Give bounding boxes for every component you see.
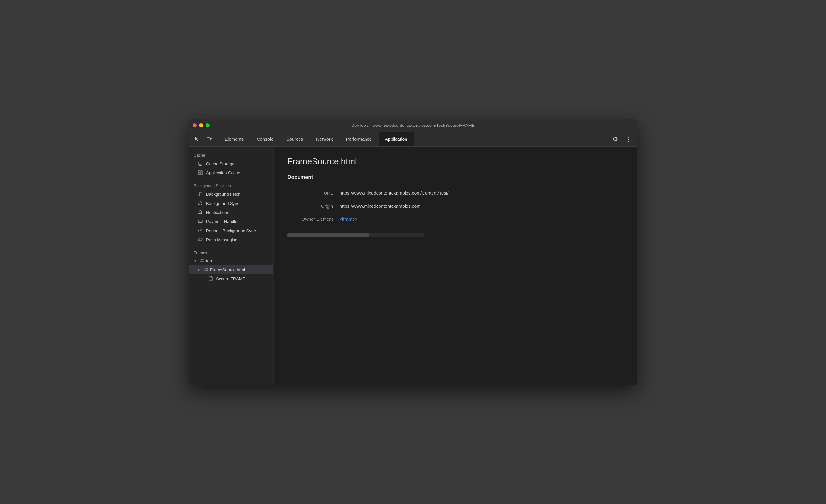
cursor-icon[interactable] [192,134,202,144]
tab-sources[interactable]: Sources [280,132,310,146]
database-icon [198,161,203,166]
sidebar: Cache Cache Storage [189,147,273,385]
svg-rect-0 [207,137,211,140]
settings-icon[interactable]: ⚙ [610,134,621,144]
sidebar-item-cache-storage[interactable]: Cache Storage [189,159,273,168]
tab-application[interactable]: Application [378,132,414,146]
owner-element-label: Owner Element [288,216,340,222]
payment-handler-label: Payment Handler [206,219,239,224]
sidebar-item-notifications[interactable]: Notifications [189,208,273,217]
window-title: DevTools - www.mixedcontentexamples.com/… [352,123,475,128]
file-icon [209,276,213,281]
sidebar-item-background-fetch[interactable]: Background Fetch [189,190,273,199]
folder-icon [203,267,208,272]
top-frame-label: top [206,258,212,263]
info-row-origin: Origin https://www.mixedcontentexamples.… [288,200,625,213]
owner-element-value[interactable]: <iframe> [340,216,625,222]
url-value: https://www.mixedcontentexamples.com/Con… [340,191,625,196]
sidebar-item-framesource[interactable]: ▶ FrameSource.html [189,265,273,274]
menu-icon[interactable]: ⋮ [623,134,634,144]
minimize-button[interactable] [199,123,203,127]
sidebar-item-background-sync[interactable]: Background Sync [189,199,273,208]
expand-arrow-icon: ▼ [194,259,198,263]
framesource-label: FrameSource.html [210,267,245,272]
toolbar-right: ⚙ ⋮ [606,134,637,144]
svg-rect-1 [211,138,212,140]
svg-point-2 [199,162,202,163]
secureiframe-label: SecureIFRAME [216,276,245,281]
title-bar: DevTools - www.mixedcontentexamples.com/… [189,119,637,132]
main-panel: FrameSource.html Document URL https://ww… [275,147,637,385]
cache-storage-label: Cache Storage [206,161,234,166]
toolbar-icon-group [189,132,218,146]
info-row-owner: Owner Element <iframe> [288,213,625,226]
sidebar-item-top-frame[interactable]: ▼ top [189,257,273,265]
device-toggle-icon[interactable] [204,134,215,144]
url-label: URL [288,191,340,196]
info-table: URL https://www.mixedcontentexamples.com… [288,187,625,226]
background-fetch-label: Background Fetch [206,192,241,197]
scrollbar-thumb[interactable] [288,234,369,237]
sidebar-section-background: Background Services [189,181,273,190]
background-sync-label: Background Sync [206,201,239,206]
folder-icon [200,258,204,263]
grid-icon [198,170,203,175]
clock-icon [198,228,203,233]
origin-value: https://www.mixedcontentexamples.com [340,203,625,209]
sync-icon [198,201,203,206]
sidebar-item-periodic-background-sync[interactable]: Periodic Background Sync [189,226,273,235]
main-inner: FrameSource.html Document URL https://ww… [275,147,637,385]
expand-arrow-icon: ▶ [198,268,201,271]
sidebar-item-push-messaging[interactable]: Push Messaging [189,235,273,244]
toolbar: Elements Console Sources Network Perform… [189,132,637,147]
tab-console[interactable]: Console [250,132,280,146]
nav-tabs: Elements Console Sources Network Perform… [218,132,606,146]
sidebar-section-cache: Cache [189,150,273,159]
traffic-lights [192,123,210,127]
svg-rect-3 [198,171,200,172]
maximize-button[interactable] [205,123,210,127]
svg-rect-5 [198,173,200,175]
cloud-icon [198,237,203,242]
devtools-window: DevTools - www.mixedcontentexamples.com/… [189,119,637,385]
svg-rect-4 [201,171,202,172]
sidebar-section-frames: Frames [189,248,273,257]
scrollbar-track [288,234,424,237]
notifications-label: Notifications [206,210,229,215]
svg-rect-6 [201,173,202,175]
info-row-url: URL https://www.mixedcontentexamples.com… [288,187,625,200]
sidebar-item-secureiframe[interactable]: SecureIFRAME [189,274,273,283]
tab-elements[interactable]: Elements [218,132,250,146]
sidebar-item-payment-handler[interactable]: Payment Handler [189,217,273,226]
page-title: FrameSource.html [288,156,625,167]
more-tabs-button[interactable]: » [414,137,423,142]
tab-performance[interactable]: Performance [339,132,378,146]
tab-network[interactable]: Network [310,132,339,146]
periodic-background-sync-label: Periodic Background Sync [206,228,255,233]
push-messaging-label: Push Messaging [206,237,237,242]
bell-icon [198,210,203,215]
application-cache-label: Application Cache [206,170,240,175]
main-content: Cache Cache Storage [189,147,637,385]
origin-label: Origin [288,203,340,209]
arrows-updown-icon [198,192,203,197]
close-button[interactable] [192,123,197,127]
section-heading: Document [288,174,625,180]
sidebar-item-application-cache[interactable]: Application Cache [189,168,273,177]
payment-icon [198,219,203,224]
